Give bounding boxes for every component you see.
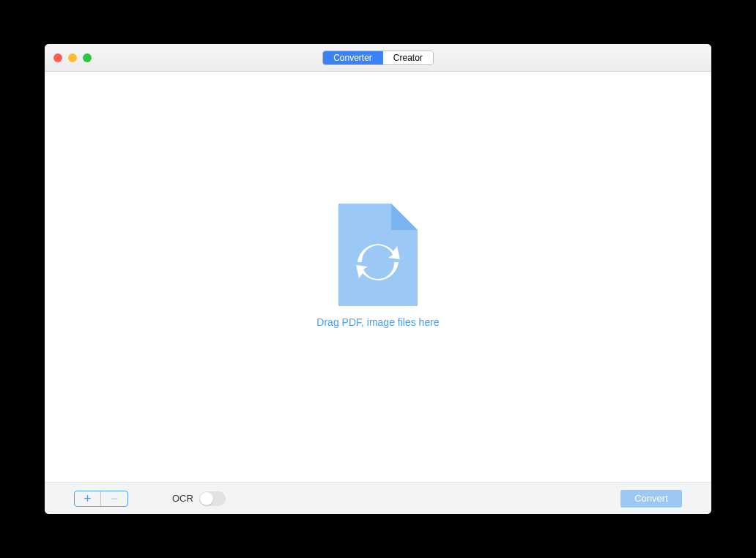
add-remove-group: + − <box>74 491 128 507</box>
minimize-window-button[interactable] <box>68 53 77 62</box>
footer-toolbar: + − OCR Convert <box>45 482 711 514</box>
add-file-button[interactable]: + <box>75 491 101 506</box>
fullscreen-window-button[interactable] <box>83 53 92 62</box>
tab-creator[interactable]: Creator <box>383 51 433 64</box>
mode-tabs: Converter Creator <box>322 51 434 65</box>
convert-button[interactable]: Convert <box>620 490 682 507</box>
remove-file-button[interactable]: − <box>101 491 127 506</box>
ocr-group: OCR <box>172 491 226 506</box>
window-controls <box>53 53 92 62</box>
drop-zone-text: Drag PDF, image files here <box>316 316 439 328</box>
ocr-toggle[interactable] <box>199 491 226 506</box>
ocr-label: OCR <box>172 493 193 504</box>
toggle-knob <box>200 492 213 505</box>
titlebar: Converter Creator <box>45 44 711 72</box>
close-window-button[interactable] <box>53 53 62 62</box>
tab-converter[interactable]: Converter <box>323 51 383 64</box>
file-convert-icon <box>338 204 418 306</box>
app-window: Converter Creator Drag PDF, image files … <box>45 44 711 514</box>
main-content: Drag PDF, image files here <box>45 72 711 482</box>
drop-zone[interactable]: Drag PDF, image files here <box>316 204 439 328</box>
